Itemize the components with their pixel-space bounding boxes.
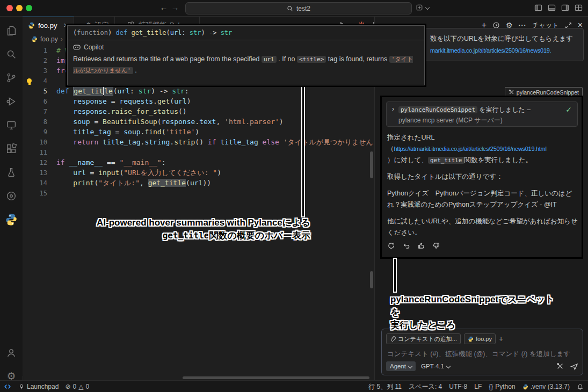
search-view-icon[interactable] xyxy=(0,45,23,64)
model-picker-dropdown[interactable]: GPT-4.1 xyxy=(421,363,450,369)
hover-summary: Retrieves and returns the title of a web… xyxy=(68,52,424,79)
cursor-position-status[interactable]: 行 5、列 11 xyxy=(368,382,402,391)
rocket-icon xyxy=(18,383,25,390)
code-line[interactable]: 8 soup = BeautifulSoup(response.text, 'h… xyxy=(23,117,374,127)
code-editor[interactable]: 1# We2imp3fro45def get_title(url: str) -… xyxy=(23,45,374,376)
testing-icon[interactable] xyxy=(0,163,23,182)
explorer-icon[interactable] xyxy=(0,21,23,40)
vscode-window: ← → test2 xyxy=(0,0,588,392)
run-debug-icon[interactable] xyxy=(0,92,23,111)
code-line[interactable]: 5def get_title(url: str) -> str: xyxy=(23,86,374,96)
language-mode-status[interactable]: {} Python xyxy=(489,383,515,390)
hover-provider-row: Copilot xyxy=(68,40,424,52)
indentation-status[interactable]: スペース: 4 xyxy=(409,382,442,391)
hover-callout-line xyxy=(302,86,304,216)
add-context-button[interactable]: コンテキストの追加... xyxy=(386,333,461,344)
python-file-icon xyxy=(468,336,474,342)
code-line[interactable]: 12if __name__ == "__main__": xyxy=(23,157,374,168)
env-label: .venv (3.13.7) xyxy=(531,383,570,390)
remote-explorer-icon[interactable] xyxy=(0,115,23,135)
customize-layout-icon[interactable] xyxy=(575,4,583,12)
language-label: Python xyxy=(495,383,515,390)
add-attachment-icon[interactable]: + xyxy=(499,335,503,343)
tool-badge-label: pylanceRunCodeSnippet xyxy=(517,89,579,96)
search-icon xyxy=(287,5,293,12)
code-line[interactable]: 7 response.raise_for_status() xyxy=(23,106,374,117)
status-bar: Launchpad ⊘ 0 △ 0 行 5、列 11 スペース: 4 UTF-8… xyxy=(0,380,588,392)
hover-callout-caption: AI-powered hover summaries with Pylanceに… xyxy=(81,216,310,242)
wrench-icon xyxy=(509,89,514,95)
model-label: GPT-4.1 xyxy=(421,363,444,369)
copilot-icon xyxy=(73,45,81,50)
overview-ruler-marker xyxy=(370,271,373,288)
problems-status[interactable]: ⊘ 0 △ 0 xyxy=(65,383,89,390)
code-line[interactable]: 10 return title_tag.string.strip() if ti… xyxy=(23,137,374,147)
code-line[interactable]: 14 print("タイトル:", get_title(url)) xyxy=(23,178,374,188)
toggle-secondary-sidebar-icon[interactable] xyxy=(561,4,569,12)
attachment-chip-foo-py[interactable]: foo.py xyxy=(464,333,496,344)
braces-icon: {} xyxy=(489,383,493,390)
toggle-panel-icon[interactable] xyxy=(548,4,556,12)
add-context-label: コンテキストの追加... xyxy=(398,335,457,343)
horizontal-scrollbar[interactable] xyxy=(183,376,369,379)
chat-input-box[interactable]: コンテキストの追加... foo.py + コンテキスト (#)、拡張機能 (@… xyxy=(381,329,583,375)
source-control-icon[interactable] xyxy=(0,68,23,88)
chat-callout-line xyxy=(394,259,396,292)
eol-status[interactable]: LF xyxy=(474,383,482,390)
search-value: test2 xyxy=(296,5,310,12)
bell-icon[interactable] xyxy=(577,383,584,390)
python-icon xyxy=(522,384,528,390)
hover-signature: (function) def get_title(url: str) -> st… xyxy=(68,26,424,40)
launchpad-status[interactable]: Launchpad xyxy=(18,383,59,390)
scrollbar-thumb[interactable] xyxy=(370,151,373,178)
tab-label: foo.py xyxy=(38,21,57,30)
code-line[interactable]: 13 url = input("URLを入力してください: ") xyxy=(23,168,374,178)
python-env-status[interactable]: .venv (3.13.7) xyxy=(522,383,570,390)
account-icon[interactable] xyxy=(0,343,23,362)
chat-mode-label: Agent xyxy=(390,363,406,369)
new-window-icon[interactable] xyxy=(416,4,429,11)
tools-icon[interactable] xyxy=(556,362,564,370)
error-count: 0 xyxy=(72,383,76,390)
code-line[interactable]: 9 title_tag = soup.find('title') xyxy=(23,127,374,137)
forward-icon[interactable]: → xyxy=(170,3,180,12)
chevron-right-icon: › xyxy=(61,35,63,43)
title-bar: ← → test2 xyxy=(0,0,588,17)
hover-tooltip: (function) def get_title(url: str) -> st… xyxy=(66,24,426,87)
warning-count: 0 xyxy=(85,383,89,390)
hover-provider-label: Copilot xyxy=(84,43,104,51)
code-line[interactable]: 11 xyxy=(23,147,374,157)
python-file-icon xyxy=(31,36,38,42)
paperclip-icon xyxy=(390,336,396,342)
extensions-icon[interactable] xyxy=(0,139,23,158)
chat-mode-dropdown[interactable]: Agent xyxy=(386,361,416,371)
notebook-icon[interactable] xyxy=(0,186,23,206)
warning-icon: △ xyxy=(78,383,83,390)
attachment-label: foo.py xyxy=(476,336,492,342)
toggle-primary-sidebar-icon[interactable] xyxy=(534,4,542,12)
chat-annotation-box xyxy=(380,96,583,259)
code-line[interactable]: 15 xyxy=(23,188,374,198)
chat-text-input[interactable]: コンテキスト (#)、拡張機能 (@)、コマンド (/) を追加します xyxy=(387,350,570,359)
chat-callout-caption: pylanceRunCodeSnippetでスニペットを実行したところ xyxy=(390,293,557,332)
python-file-icon xyxy=(28,22,35,29)
encoding-status[interactable]: UTF-8 xyxy=(449,383,467,390)
link[interactable]: markit.itmedia.co.jp/ait/articles/2509/1… xyxy=(430,47,551,54)
minimize-traffic-light[interactable] xyxy=(16,5,23,11)
send-icon[interactable] xyxy=(570,362,578,371)
lightbulb-icon[interactable] xyxy=(27,78,32,83)
breadcrumb-file: foo.py xyxy=(40,35,58,43)
close-traffic-light[interactable] xyxy=(6,5,13,11)
activity-bar: ⚙ xyxy=(0,17,23,380)
command-center-search[interactable]: test2 xyxy=(185,2,412,14)
back-icon[interactable]: ← xyxy=(158,3,169,12)
launchpad-label: Launchpad xyxy=(27,383,59,390)
error-icon: ⊘ xyxy=(65,383,70,390)
code-line[interactable]: 6 response = requests.get(url) xyxy=(23,96,374,106)
remote-indicator-icon[interactable] xyxy=(3,383,12,390)
maximize-traffic-light[interactable] xyxy=(26,5,32,11)
python-extension-icon[interactable] xyxy=(0,210,23,229)
